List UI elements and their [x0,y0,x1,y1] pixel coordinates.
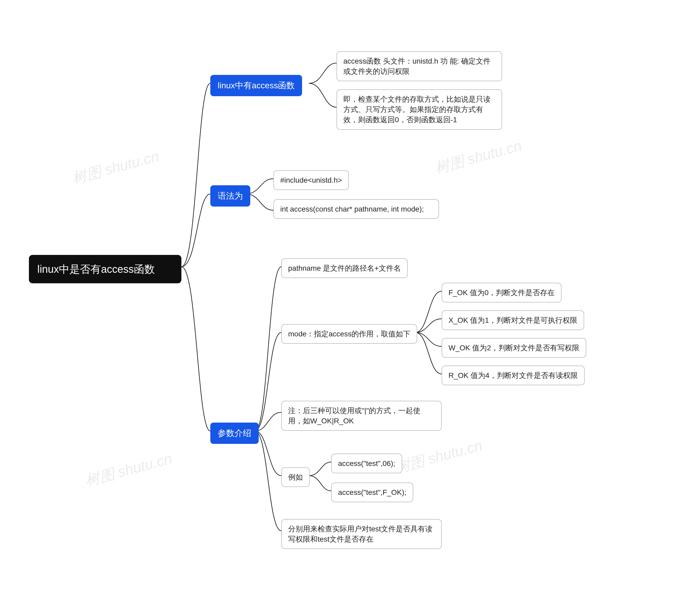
leaf-mode: mode：指定access的作用，取值如下 [281,324,417,344]
leaf-pathname: pathname 是文件的路径名+文件名 [281,258,408,278]
watermark: 树图 shutu.cn [433,136,524,178]
root-node[interactable]: linux中是否有access函数 [29,255,181,283]
leaf-signature: int access(const char* pathname, int mod… [273,199,439,219]
leaf-note: 注：后三种可以使用或"|"的方式，一起使用，如W_OK|R_OK [281,401,442,431]
branch-syntax[interactable]: 语法为 [210,185,250,207]
leaf-wok: W_OK 值为2，判断对文件是否有写权限 [442,338,586,358]
leaf-explain: 分别用来检查实际用户对test文件是否具有读写权限和test文件是否存在 [281,519,442,549]
leaf-access-header: access函数 头文件：unistd.h 功 能: 确定文件或文件夹的访问权限 [336,51,502,81]
leaf-fok: F_OK 值为0，判断文件是否存在 [442,283,562,302]
leaf-example-1: access("test",06); [331,453,402,473]
watermark: 树图 shutu.cn [83,448,174,491]
branch-params[interactable]: 参数介绍 [210,422,259,444]
leaf-rok: R_OK 值为4，判断对文件是否有读权限 [442,365,585,385]
leaf-access-desc: 即，检查某个文件的存取方式，比如说是只读方式、只写方式等。如果指定的存取方式有效… [336,89,502,130]
leaf-example-2: access("test",F_OK); [331,483,413,502]
watermark: 树图 shutu.cn [393,435,484,478]
watermark: 树图 shutu.cn [70,146,161,189]
leaf-xok: X_OK 值为1，判断对文件是可执行权限 [442,310,584,330]
branch-linux-access[interactable]: linux中有access函数 [210,75,302,96]
leaf-example-label: 例如 [281,467,310,487]
leaf-include: #include<unistd.h> [273,170,349,190]
